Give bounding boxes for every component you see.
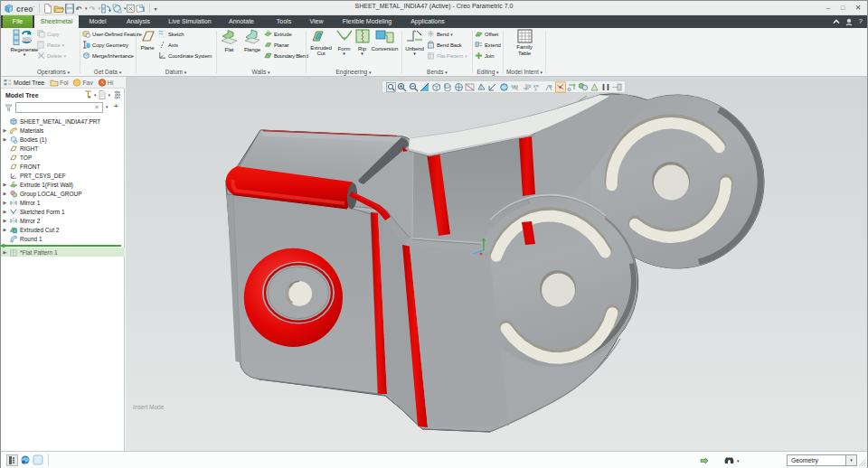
svg-text:/o: /o [527,83,531,89]
svg-text:z: z [534,87,537,92]
svg-text:%: % [511,84,516,90]
svg-text:s: s [550,83,552,89]
